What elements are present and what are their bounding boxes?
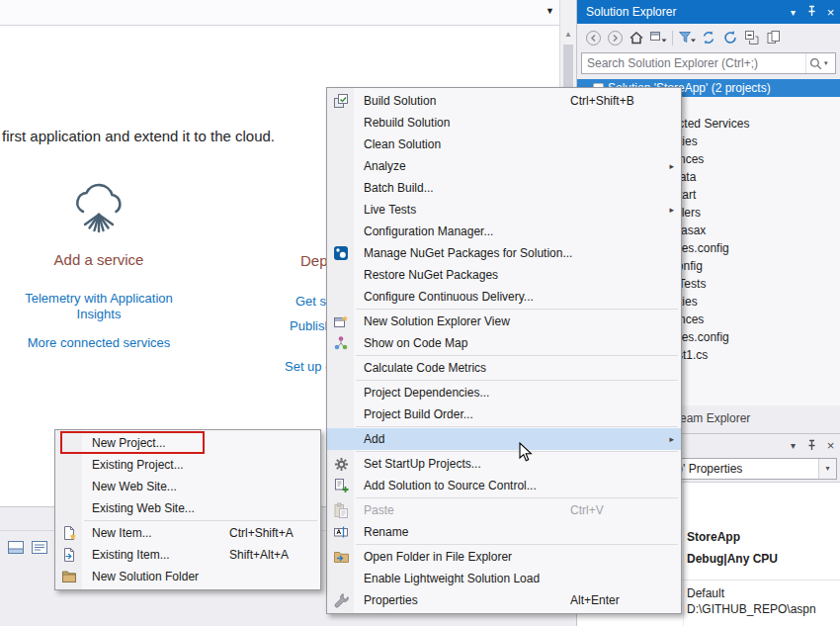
menu-item-label: Batch Build... bbox=[355, 181, 434, 195]
submenu-arrow-icon: ▸ bbox=[669, 205, 674, 215]
menu-separator bbox=[356, 426, 678, 427]
home-icon[interactable] bbox=[626, 27, 647, 48]
menu-item-properties[interactable]: PropertiesAlt+Enter bbox=[327, 589, 681, 611]
menu-item-analyze[interactable]: Analyze▸ bbox=[327, 155, 681, 177]
menu-item-calculate-code-metrics[interactable]: Calculate Code Metrics bbox=[327, 357, 681, 379]
menu-item-live-tests[interactable]: Live Tests▸ bbox=[327, 199, 681, 221]
menu-item-label: Rename bbox=[355, 525, 408, 539]
open-folder-icon bbox=[327, 549, 355, 565]
back-icon[interactable] bbox=[582, 27, 604, 48]
forward-icon[interactable] bbox=[604, 27, 626, 48]
pin-icon[interactable] bbox=[802, 5, 821, 19]
menu-item-label: Paste bbox=[355, 503, 394, 517]
menu-item-new-solution-explorer-view[interactable]: New Solution Explorer View bbox=[327, 311, 681, 332]
sync-with-active-document-icon[interactable] bbox=[698, 27, 719, 48]
solution-explorer-titlebar[interactable]: Solution Explorer ▾ × bbox=[577, 0, 840, 24]
menu-item-new-project[interactable]: New Project... bbox=[55, 432, 320, 454]
menu-item-new-web-site[interactable]: New Web Site... bbox=[55, 476, 320, 497]
source-control-icon bbox=[327, 478, 355, 493]
panel-title: Solution Explorer bbox=[586, 5, 676, 19]
telemetry-application-insights-link[interactable]: Telemetry with Application Insights bbox=[25, 291, 173, 322]
preview-selected-items-icon[interactable] bbox=[763, 27, 785, 48]
menu-item-paste[interactable]: PasteCtrl+V bbox=[327, 499, 681, 521]
pin-icon[interactable] bbox=[802, 439, 821, 453]
menu-item-label: New Solution Explorer View bbox=[355, 314, 510, 328]
menu-item-label: Rebuild Solution bbox=[355, 116, 450, 130]
menu-separator bbox=[356, 497, 678, 498]
menu-item-shortcut: Ctrl+V bbox=[570, 503, 681, 517]
menu-item-project-build-order[interactable]: Project Build Order... bbox=[327, 403, 681, 425]
menu-item-existing-web-site[interactable]: Existing Web Site... bbox=[55, 497, 320, 519]
menu-item-label: Set StartUp Projects... bbox=[355, 457, 481, 471]
search-options-icon[interactable]: ▾ bbox=[824, 59, 835, 67]
menu-item-shortcut: Alt+Enter bbox=[570, 593, 681, 607]
menu-item-new-solution-folder[interactable]: New Solution Folder bbox=[55, 566, 320, 587]
menu-item-new-item[interactable]: New Item...Ctrl+Shift+A bbox=[55, 522, 320, 544]
switch-views-icon[interactable] bbox=[647, 27, 669, 48]
menu-item-label: Open Folder in File Explorer bbox=[355, 550, 512, 564]
menu-item-enable-lightweight-solution-load[interactable]: Enable Lightweight Solution Load bbox=[327, 568, 681, 589]
nuget-icon bbox=[327, 245, 355, 261]
menu-separator bbox=[356, 451, 678, 452]
menu-item-shortcut: Ctrl+Shift+A bbox=[229, 526, 320, 540]
new-view-icon bbox=[327, 313, 355, 329]
menu-item-label: Project Build Order... bbox=[355, 407, 473, 421]
search-icon[interactable] bbox=[805, 53, 824, 73]
menu-item-add[interactable]: Add▸ bbox=[327, 428, 681, 450]
gear-icon bbox=[327, 457, 355, 472]
window-position-icon[interactable]: ▾ bbox=[784, 440, 802, 451]
menu-item-add-solution-to-source-control[interactable]: Add Solution to Source Control... bbox=[327, 475, 681, 496]
property-value: StoreApp bbox=[687, 526, 838, 548]
close-icon[interactable]: × bbox=[821, 5, 840, 20]
document-top-strip: ▼ bbox=[0, 0, 559, 26]
menu-item-label: Show on Code Map bbox=[355, 336, 467, 350]
menu-item-show-on-code-map[interactable]: Show on Code Map bbox=[327, 332, 681, 354]
paste-icon bbox=[327, 502, 355, 518]
property-value: D:\GITHUB_REPO\aspn bbox=[687, 601, 838, 617]
menu-item-manage-nuget-packages-for-solution[interactable]: Manage NuGet Packages for Solution... bbox=[327, 242, 681, 264]
menu-item-open-folder-in-file-explorer[interactable]: Open Folder in File Explorer bbox=[327, 546, 681, 568]
menu-item-label: Existing Item... bbox=[83, 548, 170, 562]
menu-item-label: New Web Site... bbox=[83, 480, 177, 493]
menu-item-build-solution[interactable]: Build SolutionCtrl+Shift+B bbox=[327, 90, 681, 112]
filter-pending-changes-icon[interactable] bbox=[676, 27, 698, 48]
menu-item-rebuild-solution[interactable]: Rebuild Solution bbox=[327, 112, 681, 134]
menu-item-shortcut: Ctrl+Shift+B bbox=[570, 94, 681, 108]
grid-column-splitter[interactable] bbox=[683, 483, 684, 626]
menu-item-label: Properties bbox=[355, 593, 418, 607]
code-map-icon bbox=[327, 335, 355, 351]
menu-item-restore-nuget-packages[interactable]: Restore NuGet Packages bbox=[327, 264, 681, 286]
search-input[interactable] bbox=[582, 56, 805, 70]
panel-window-icon[interactable] bbox=[7, 539, 25, 557]
menu-separator bbox=[356, 309, 678, 310]
submenu-arrow-icon: ▸ bbox=[669, 434, 674, 444]
menu-item-clean-solution[interactable]: Clean Solution bbox=[327, 134, 681, 155]
solution-explorer-toolbar bbox=[577, 24, 840, 51]
menu-item-set-startup-projects[interactable]: Set StartUp Projects... bbox=[327, 453, 681, 475]
menu-item-existing-item[interactable]: Existing Item...Shift+Alt+A bbox=[55, 544, 320, 566]
collapse-all-icon[interactable] bbox=[741, 27, 763, 48]
cloud-service-icon bbox=[63, 176, 134, 237]
scroll-up-icon[interactable]: ▲ bbox=[560, 30, 576, 39]
menu-item-project-dependencies[interactable]: Project Dependencies... bbox=[327, 382, 681, 403]
chevron-down-icon[interactable]: ▾ bbox=[818, 459, 836, 479]
services-heading: Add a service bbox=[20, 251, 178, 268]
menu-item-configuration-manager[interactable]: Configuration Manager... bbox=[327, 221, 681, 242]
property-value: Default bbox=[687, 585, 838, 601]
dropdown-arrow-icon[interactable]: ▼ bbox=[546, 6, 554, 16]
menu-item-configure-continuous-delivery[interactable]: Configure Continuous Delivery... bbox=[327, 286, 681, 308]
window-position-icon[interactable]: ▾ bbox=[784, 7, 802, 18]
refresh-icon[interactable] bbox=[719, 27, 741, 48]
menu-item-label: Add Solution to Source Control... bbox=[355, 479, 537, 492]
menu-item-label: New Project... bbox=[83, 436, 166, 450]
menu-item-rename[interactable]: Rename bbox=[327, 521, 681, 543]
more-connected-services-link[interactable]: More connected services bbox=[25, 335, 173, 350]
close-icon[interactable]: × bbox=[821, 438, 840, 453]
menu-item-existing-project[interactable]: Existing Project... bbox=[55, 454, 320, 476]
menu-item-batch-build[interactable]: Batch Build... bbox=[327, 177, 681, 199]
menu-item-label: New Solution Folder bbox=[83, 570, 199, 583]
menu-item-label: Add bbox=[355, 432, 384, 446]
panel-list-icon[interactable] bbox=[31, 539, 48, 557]
add-submenu: New Project...Existing Project...New Web… bbox=[54, 429, 321, 590]
submenu-arrow-icon: ▸ bbox=[669, 161, 674, 171]
